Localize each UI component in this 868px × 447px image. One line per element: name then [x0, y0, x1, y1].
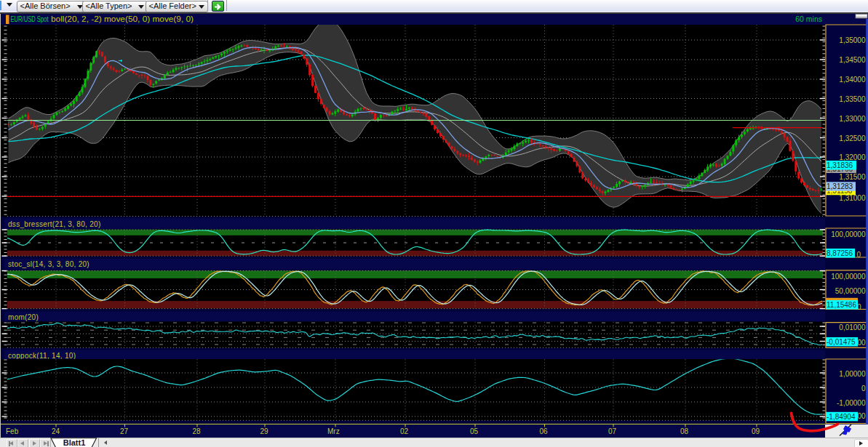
svg-text:100,00000: 100,00000 [831, 230, 866, 238]
svg-text:28: 28 [193, 427, 202, 435]
svg-text:boll(20, 2, -2) move(50, 0) mo: boll(20, 2, -2) move(50, 0) move(9, 0) [51, 15, 194, 23]
svg-text:00: 00 [857, 339, 866, 347]
svg-text:24: 24 [52, 427, 60, 435]
svg-text:mom(20): mom(20) [8, 313, 39, 321]
svg-text:-0,01475: -0,01475 [827, 338, 856, 346]
svg-text:1,33000: 1,33000 [839, 115, 866, 123]
svg-text:8,87256: 8,87256 [827, 249, 853, 257]
svg-text:-1,84904: -1,84904 [827, 413, 856, 421]
svg-text:1,31500: 1,31500 [839, 173, 866, 181]
svg-text:1,33500: 1,33500 [839, 95, 866, 103]
svg-text:08: 08 [680, 427, 689, 435]
svg-text:1,32000: 1,32000 [839, 153, 866, 161]
svg-text:02: 02 [400, 427, 409, 435]
svg-text:-1,00000: -1,00000 [837, 399, 866, 407]
svg-text:0: 0 [861, 384, 866, 392]
svg-text:Mrz: Mrz [327, 427, 340, 435]
svg-text:11,15486: 11,15486 [827, 301, 856, 309]
svg-text:05: 05 [470, 427, 479, 435]
svg-text:1,34000: 1,34000 [839, 76, 866, 84]
svg-text:coppock(11, 14, 10): coppock(11, 14, 10) [8, 352, 76, 360]
svg-text:09: 09 [752, 427, 760, 435]
svg-text:60 mins: 60 mins [795, 15, 822, 23]
svg-text:0,01000: 0,01000 [839, 323, 866, 331]
svg-text:06: 06 [540, 427, 549, 435]
svg-text:1,35000: 1,35000 [839, 36, 866, 44]
svg-text:00: 00 [857, 412, 866, 420]
svg-text:07: 07 [608, 427, 617, 435]
svg-text:stoc_sl(14, 3, 3, 80, 20): stoc_sl(14, 3, 3, 80, 20) [8, 260, 89, 268]
svg-text:29: 29 [260, 427, 269, 435]
svg-text:0: 0 [856, 251, 861, 259]
svg-text:dss_bressert(21, 3, 80, 20): dss_bressert(21, 3, 80, 20) [8, 220, 101, 228]
svg-text:Feb: Feb [6, 427, 19, 435]
svg-text:1,31283: 1,31283 [827, 182, 853, 190]
svg-text:1,00000: 1,00000 [839, 370, 866, 378]
svg-text:1,34500: 1,34500 [839, 56, 866, 64]
svg-text:1,31836: 1,31836 [827, 161, 853, 169]
svg-text:50,00000: 50,00000 [835, 287, 866, 295]
svg-text:27: 27 [120, 427, 129, 435]
svg-text:100,00000: 100,00000 [831, 273, 866, 281]
svg-text:1,32500: 1,32500 [839, 134, 866, 142]
svg-text:EUR/USD Spot: EUR/USD Spot [11, 15, 49, 23]
